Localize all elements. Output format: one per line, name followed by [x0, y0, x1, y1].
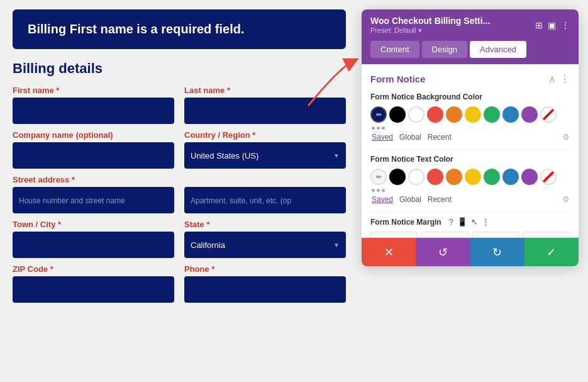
color-yellow-bg[interactable]	[465, 106, 481, 123]
divider-1	[370, 149, 570, 150]
settings-body: Form Notice ∧ ⋮ Form Notice Background C…	[362, 64, 579, 266]
country-label: Country / Region *	[184, 130, 346, 140]
layout-icon[interactable]: ▣	[548, 20, 556, 30]
city-state-row: Town / City * State * California	[13, 220, 346, 258]
color-orange-bg[interactable]	[446, 106, 462, 123]
tab-design[interactable]: Design	[422, 41, 467, 58]
city-label: Town / City *	[13, 220, 174, 229]
zip-phone-row: ZIP Code * Phone *	[13, 264, 346, 303]
state-label: State *	[184, 220, 346, 229]
company-country-row: Company name (optional) Country / Region…	[13, 130, 346, 169]
section-title: Form Notice	[370, 74, 426, 84]
settings-title-area: Woo Checkout Billing Setti... Preset: De…	[370, 16, 490, 35]
tab-advanced[interactable]: Advanced	[470, 41, 526, 58]
color-white-text[interactable]	[408, 169, 424, 185]
color-orange-text[interactable]	[446, 169, 462, 185]
name-row: First name * Last name *	[13, 86, 346, 124]
error-notice: Billing First name is a required field.	[13, 9, 346, 49]
margin-more-icon[interactable]: ⋮	[482, 217, 490, 227]
margin-label: Form Notice Margin	[370, 218, 441, 227]
margin-cursor-icon[interactable]: ↖	[471, 217, 478, 227]
state-group: State * California	[184, 220, 346, 258]
state-select[interactable]: California	[184, 232, 346, 258]
saved-row-1: Saved Global Recent ⚙	[370, 132, 570, 142]
tab-content[interactable]: Content	[370, 41, 419, 58]
company-input[interactable]	[13, 142, 174, 169]
company-group: Company name (optional)	[13, 130, 174, 169]
divider-2	[370, 211, 570, 212]
section-more-icon[interactable]: ⋮	[560, 73, 570, 85]
settings-header: Woo Checkout Billing Setti... Preset: De…	[362, 9, 579, 41]
billing-title: Billing details	[13, 60, 346, 77]
margin-help-icon[interactable]: ?	[449, 217, 453, 227]
first-name-input[interactable]	[13, 98, 174, 124]
street-row: Street address * apt	[13, 175, 346, 213]
saved-row-2: Saved Global Recent ⚙	[370, 194, 570, 204]
city-group: Town / City *	[13, 220, 174, 258]
color-red-bg[interactable]	[427, 106, 443, 123]
color-black-bg[interactable]	[389, 106, 406, 123]
color-transparent-bg[interactable]	[540, 106, 557, 123]
text-color-label: Form Notice Text Color	[370, 155, 570, 164]
gear-icon-2[interactable]: ⚙	[562, 194, 570, 204]
eyedropper-text[interactable]: ✏	[370, 169, 387, 185]
error-text: Billing First name is a required field.	[28, 22, 245, 36]
color-yellow-text[interactable]	[465, 169, 481, 185]
eyedropper-bg[interactable]: ✏	[370, 106, 387, 123]
settings-subtitle[interactable]: Preset: Default ▾	[370, 26, 490, 35]
saved-btn-2[interactable]: Saved	[372, 195, 393, 204]
gear-icon-1[interactable]: ⚙	[562, 132, 570, 142]
more-icon[interactable]: ⋮	[561, 20, 570, 30]
color-blue-bg[interactable]	[502, 106, 519, 123]
color-blue-text[interactable]	[502, 169, 519, 185]
header-icons: ⊞ ▣ ⋮	[535, 20, 570, 30]
confirm-button[interactable]: ✓	[524, 238, 579, 266]
street-label: Street address *	[13, 175, 174, 184]
last-name-input[interactable]	[184, 98, 346, 124]
global-btn-1[interactable]: Global	[399, 133, 421, 142]
color-transparent-text[interactable]	[540, 169, 557, 185]
color-white-bg[interactable]	[408, 106, 424, 123]
dot-1	[372, 126, 375, 130]
last-name-group: Last name *	[184, 86, 346, 124]
section-header: Form Notice ∧ ⋮	[370, 73, 570, 85]
state-select-wrapper: California	[184, 232, 346, 258]
first-name-label: First name *	[13, 86, 174, 95]
color-green-text[interactable]	[484, 169, 500, 185]
dot-3	[382, 126, 385, 130]
settings-title: Woo Checkout Billing Setti...	[370, 16, 490, 26]
color-green-bg[interactable]	[484, 106, 500, 123]
country-select-wrapper: United States (US)	[184, 142, 346, 169]
dots-row-1	[370, 126, 570, 130]
zip-group: ZIP Code *	[13, 264, 174, 303]
apt-group: apt	[184, 175, 346, 213]
color-red-text[interactable]	[427, 169, 443, 185]
saved-btn-1[interactable]: Saved	[372, 133, 393, 142]
color-black-text[interactable]	[389, 169, 406, 185]
collapse-icon[interactable]: ∧	[548, 73, 556, 85]
redo-button[interactable]: ↻	[470, 238, 524, 266]
maximize-icon[interactable]: ⊞	[535, 20, 543, 30]
first-name-group: First name *	[13, 86, 174, 124]
dots-row-2	[370, 189, 570, 192]
zip-input[interactable]	[13, 276, 174, 303]
global-btn-2[interactable]: Global	[399, 195, 421, 204]
zip-label: ZIP Code *	[13, 264, 174, 274]
street-input[interactable]	[13, 187, 174, 213]
color-purple-bg[interactable]	[521, 106, 538, 123]
dot-5	[377, 189, 380, 192]
margin-device-icon[interactable]: 📱	[457, 217, 467, 227]
phone-input[interactable]	[184, 276, 346, 303]
city-input[interactable]	[13, 232, 174, 258]
country-select[interactable]: United States (US)	[184, 142, 346, 169]
dot-2	[377, 126, 380, 130]
billing-form: Billing First name is a required field. …	[13, 9, 346, 309]
recent-btn-1[interactable]: Recent	[428, 133, 452, 142]
color-purple-text[interactable]	[521, 169, 538, 185]
section-icons: ∧ ⋮	[548, 73, 570, 85]
recent-btn-2[interactable]: Recent	[428, 195, 452, 204]
cancel-button[interactable]: ✕	[362, 238, 416, 266]
apt-input[interactable]	[184, 187, 346, 213]
dot-6	[382, 189, 385, 192]
undo-button[interactable]: ↺	[416, 238, 470, 266]
